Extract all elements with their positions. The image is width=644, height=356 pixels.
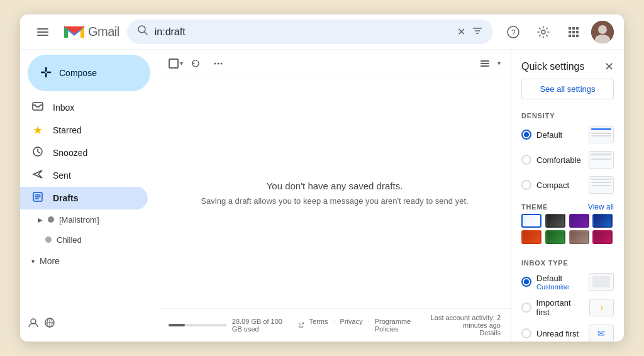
help-button[interactable]: ? xyxy=(501,19,526,45)
content-footer: 28.09 GB of 100 GB used Terms · Privacy … xyxy=(158,308,511,342)
avatar[interactable] xyxy=(591,21,614,43)
qs-theme-label: THEME xyxy=(521,203,548,211)
preview-line xyxy=(591,153,611,155)
empty-drafts-sub: Saving a draft allows you to keep a mess… xyxy=(201,196,468,206)
toolbar: ▾ xyxy=(158,50,511,77)
more-label: More xyxy=(40,256,60,266)
radio-comfortable[interactable] xyxy=(521,155,531,165)
storage-external-link-icon[interactable] xyxy=(298,321,304,329)
activity-details-link[interactable]: Details xyxy=(416,329,501,337)
qs-close-button[interactable]: ✕ xyxy=(604,60,614,74)
qs-density-comfortable[interactable]: Comfortable xyxy=(511,147,624,172)
expand-icon: ▶ xyxy=(38,216,43,223)
mailstrom-dot xyxy=(48,216,54,223)
more-options-button[interactable] xyxy=(208,53,228,74)
sidebar-item-drafts[interactable]: Drafts xyxy=(20,187,148,209)
sidebar: ✛ Compose Inbox ★ Starred xyxy=(20,50,158,342)
qs-inbox-important[interactable]: Important first › xyxy=(511,294,624,321)
gmail-text: Gmail xyxy=(88,25,119,39)
terms-link[interactable]: Terms xyxy=(309,318,328,333)
qs-see-all-button[interactable]: See all settings xyxy=(521,79,614,99)
contacts-icon[interactable] xyxy=(28,317,39,331)
theme-dark[interactable] xyxy=(545,214,565,228)
svg-rect-11 xyxy=(569,27,571,30)
radio-inbox-important[interactable] xyxy=(521,303,531,313)
inbox-unread-label: Unread first xyxy=(536,329,579,338)
svg-point-21 xyxy=(598,25,607,34)
footer-dot-1: · xyxy=(333,318,335,333)
density-compact-label: Compact xyxy=(536,181,569,190)
qs-inbox-default[interactable]: Default Customise xyxy=(511,269,624,294)
qs-title: Quick settings xyxy=(521,61,584,72)
refresh-button[interactable] xyxy=(186,53,206,74)
radio-default[interactable] xyxy=(521,130,531,140)
chevron-down-icon[interactable]: ▾ xyxy=(180,60,183,67)
search-input[interactable] xyxy=(155,26,451,38)
svg-rect-16 xyxy=(576,31,579,33)
svg-rect-19 xyxy=(576,35,579,37)
directory-icon[interactable] xyxy=(44,317,55,331)
gmail-logo: Gmail xyxy=(63,23,119,41)
theme-red[interactable] xyxy=(521,230,541,244)
toolbar-left: ▾ xyxy=(169,53,228,74)
checkbox[interactable] xyxy=(169,58,179,69)
theme-purple[interactable] xyxy=(569,214,589,228)
sidebar-item-snoozed[interactable]: Snoozed xyxy=(20,142,148,164)
sidebar-item-chilled[interactable]: Chilled xyxy=(20,230,158,250)
inbox-customise-label: Customise xyxy=(536,283,569,291)
radio-inbox-default[interactable] xyxy=(521,277,531,287)
compose-button[interactable]: ✛ Compose xyxy=(28,55,150,91)
theme-blue[interactable] xyxy=(592,214,613,228)
programme-policies-link[interactable]: Programme Policies xyxy=(375,318,411,333)
settings-button[interactable] xyxy=(531,19,556,45)
sidebar-item-inbox[interactable]: Inbox xyxy=(20,96,148,119)
density-compact-preview xyxy=(589,176,614,194)
svg-rect-18 xyxy=(572,35,575,37)
privacy-link[interactable]: Privacy xyxy=(340,318,363,333)
theme-default[interactable] xyxy=(521,214,541,228)
theme-brown[interactable] xyxy=(569,230,589,244)
theme-green[interactable] xyxy=(545,230,565,244)
qs-header: Quick settings ✕ xyxy=(511,50,624,79)
quick-settings-panel: Quick settings ✕ See all settings DENSIT… xyxy=(511,50,624,342)
snoozed-label: Snoozed xyxy=(53,148,140,158)
qs-inbox-unread[interactable]: Unread first ✉ xyxy=(511,321,624,342)
chevron-down-icon[interactable]: ▾ xyxy=(497,60,501,67)
qs-view-all-button[interactable]: View all xyxy=(588,203,614,211)
drafts-icon xyxy=(31,191,44,206)
sidebar-item-sent[interactable]: Sent xyxy=(20,164,148,187)
qs-density-compact[interactable]: Compact xyxy=(511,172,624,197)
hamburger-button[interactable] xyxy=(30,19,55,45)
sidebar-item-starred[interactable]: ★ Starred xyxy=(20,119,148,142)
footer-dot-2: · xyxy=(368,318,370,333)
list-view-button[interactable] xyxy=(475,53,495,74)
qs-density-default[interactable]: Default xyxy=(511,122,624,147)
radio-inbox-unread[interactable] xyxy=(521,328,531,338)
theme-pink[interactable] xyxy=(592,230,613,244)
svg-rect-14 xyxy=(569,31,571,33)
preview-line xyxy=(591,159,611,160)
search-filter-icon[interactable] xyxy=(472,25,483,39)
sent-icon xyxy=(31,169,44,183)
svg-rect-33 xyxy=(480,63,489,64)
svg-rect-2 xyxy=(37,35,48,36)
topbar: Gmail ✕ ? xyxy=(20,14,624,50)
starred-icon: ★ xyxy=(31,123,44,137)
apps-button[interactable] xyxy=(561,19,586,45)
topbar-right: ? xyxy=(501,19,614,45)
content-area: ▾ xyxy=(158,50,511,342)
search-icon xyxy=(137,25,148,39)
sidebar-item-mailstrom[interactable]: ▶ [Mailstrom] xyxy=(20,209,158,230)
compose-plus-icon: ✛ xyxy=(40,65,52,81)
chilled-label: Chilled xyxy=(57,235,82,245)
compose-label: Compose xyxy=(59,68,97,78)
main-area: ✛ Compose Inbox ★ Starred xyxy=(20,50,624,342)
radio-compact[interactable] xyxy=(521,180,531,190)
select-all-checkbox[interactable]: ▾ xyxy=(169,58,183,69)
search-clear-icon[interactable]: ✕ xyxy=(457,26,465,38)
footer-activity: Last account activity: 2 minutes ago Det… xyxy=(416,314,501,337)
svg-line-4 xyxy=(144,32,147,35)
sidebar-item-more[interactable]: ▾ More xyxy=(20,250,158,272)
radio-inner xyxy=(524,132,529,137)
preview-line xyxy=(591,128,611,130)
